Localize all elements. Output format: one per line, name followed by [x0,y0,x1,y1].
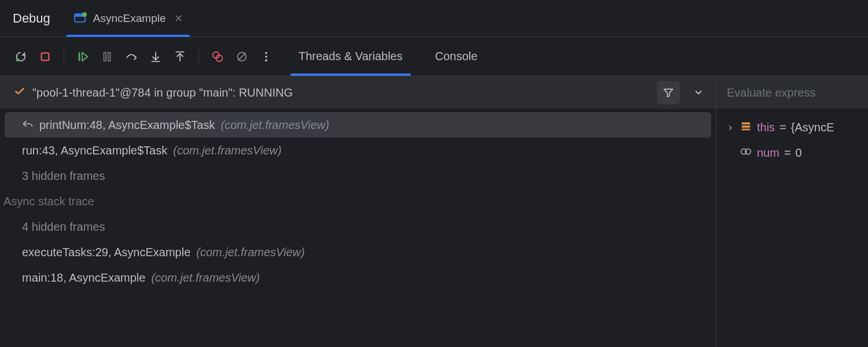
debug-toolbar: Threads & Variables Console [0,37,868,76]
view-breakpoints-button[interactable] [207,46,228,67]
svg-rect-6 [104,52,106,61]
tool-window-title: Debug [13,11,50,26]
variable-name: num [757,146,779,160]
variable-name: this [757,121,775,134]
mute-breakpoints-button[interactable] [231,46,252,67]
frame-location: executeTasks:29, AsyncExample [22,246,190,259]
resume-button[interactable] [72,46,93,67]
run-config-icon [73,12,87,25]
variable-row[interactable]: num = 0 [716,140,868,165]
close-icon[interactable]: ✕ [172,12,183,25]
svg-rect-19 [742,128,751,130]
svg-rect-7 [108,52,111,61]
svg-point-2 [82,12,87,17]
step-into-button[interactable] [145,46,166,67]
svg-rect-4 [42,53,49,60]
svg-point-3 [16,58,20,61]
frame-location: 3 hidden frames [22,169,105,183]
back-arrow-icon [22,118,34,132]
svg-point-15 [265,56,267,58]
svg-rect-17 [742,122,751,124]
frame-location: run:43, AsyncExample$Task [22,144,167,157]
equals-sign: = [779,121,786,134]
tab-label: AsyncExample [93,12,166,25]
stop-button[interactable] [35,46,56,67]
evaluate-expression-input[interactable]: Evaluate express [716,76,868,109]
check-icon [14,86,25,100]
separator [64,49,64,65]
chevron-down-icon[interactable] [687,81,710,104]
stack-frame[interactable]: main:18, AsyncExample(com.jet.framesView… [0,265,716,290]
svg-point-14 [265,51,267,54]
variables-list: this = {AsyncEnum = 0 [716,109,868,165]
stack-frame[interactable]: printNum:48, AsyncExample$Task(com.jet.f… [5,112,711,138]
frame-package: (com.jet.framesView) [220,119,329,132]
tab-console[interactable]: Console [427,37,486,76]
stack-frame[interactable]: executeTasks:29, AsyncExample(com.jet.fr… [0,239,716,265]
stack-frame[interactable]: 4 hidden frames [0,214,716,239]
stack-frame[interactable]: run:43, AsyncExample$Task(com.jet.frames… [0,138,716,163]
frame-location: main:18, AsyncExample [22,271,145,285]
step-over-button[interactable] [121,46,142,67]
step-out-button[interactable] [170,46,190,67]
svg-point-16 [265,59,267,61]
tab-run-config[interactable]: AsyncExample ✕ [70,0,186,36]
stack-frame[interactable]: 3 hidden frames [0,163,716,189]
svg-line-13 [238,53,246,60]
variable-value: 0 [796,146,802,160]
frame-location: 4 hidden frames [22,220,105,234]
separator [198,49,199,65]
object-icon [740,120,752,135]
variable-row[interactable]: this = {AsyncE [716,115,868,140]
pause-button[interactable] [97,46,117,67]
frame-package: (com.jet.framesView) [151,271,259,285]
rerun-button[interactable] [10,46,31,67]
thread-selector[interactable]: "pool-1-thread-1"@784 in group "main": R… [0,76,716,109]
frame-package: (com.jet.framesView) [196,246,304,259]
chevron-right-icon [727,121,735,134]
equals-sign: = [784,146,791,160]
filter-button[interactable] [657,81,680,104]
frames-section-header: Async stack trace [0,189,716,214]
glasses-icon [740,145,752,161]
svg-rect-18 [742,125,751,128]
tab-threads-variables[interactable]: Threads & Variables [290,37,411,76]
frames-list: printNum:48, AsyncExample$Task(com.jet.f… [0,109,716,347]
svg-rect-5 [79,52,80,61]
more-icon[interactable] [256,46,277,67]
frame-location: printNum:48, AsyncExample$Task [39,119,215,132]
variable-value: {AsyncE [791,121,834,134]
thread-label: "pool-1-thread-1"@784 in group "main": R… [32,86,293,99]
frame-package: (com.jet.framesView) [173,144,281,157]
